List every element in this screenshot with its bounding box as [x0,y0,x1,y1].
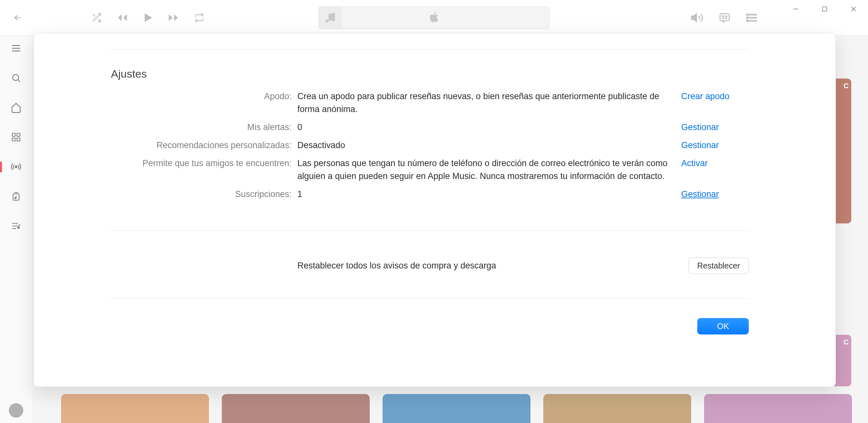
background-card-1: C [833,79,851,223]
window-maximize-button[interactable] [810,0,839,18]
home-icon[interactable] [9,101,23,115]
top-playback-bar [0,0,868,35]
svg-point-12 [15,166,17,168]
row-value: 0 [298,121,681,134]
row-recommendations: Recomendaciones personalizadas: Desactiv… [111,139,749,151]
playlists-icon[interactable] [9,219,23,233]
reset-button[interactable]: Restablecer [689,257,749,274]
tile [382,394,530,423]
svg-point-5 [747,20,748,21]
svg-rect-6 [823,7,827,11]
svg-point-15 [18,227,19,229]
tile [61,394,209,423]
svg-rect-2 [720,13,730,21]
browse-icon[interactable] [9,130,23,144]
row-label: Recomendaciones personalizadas: [111,139,298,151]
manage-recommendations-link[interactable]: Gestionar [681,139,749,151]
row-nickname: Apodo: Crea un apodo para publicar reseñ… [111,90,749,116]
row-label: Mis alertas: [111,121,298,134]
row-alerts: Mis alertas: 0 Gestionar [111,121,749,134]
music-note-icon [318,6,342,29]
avatar[interactable] [9,403,24,418]
background-card-2: C [833,335,851,386]
svg-rect-10 [12,138,15,141]
tile [222,394,370,423]
modal-title: Ajustes [111,67,749,80]
svg-point-0 [326,19,329,23]
now-playing-display [318,6,550,29]
manage-alerts-link[interactable]: Gestionar [681,121,749,134]
svg-point-3 [747,14,748,15]
manage-subscriptions-link[interactable]: Gestionar [681,188,749,201]
activate-findable-link[interactable]: Activar [681,157,749,170]
tile [704,394,852,423]
row-subscriptions: Suscripciones: 1 Gestionar [111,188,749,201]
window-minimize-button[interactable] [781,0,810,18]
row-label: Permite que tus amigos te encuentren: [111,157,298,170]
svg-rect-9 [17,133,20,136]
sidebar [0,35,32,423]
row-label: Apodo: [111,90,298,103]
create-nickname-link[interactable]: Crear apodo [681,90,749,103]
window-close-button[interactable] [839,0,868,18]
menu-icon[interactable] [9,41,23,55]
svg-rect-8 [12,133,15,136]
next-track-icon[interactable] [167,11,180,24]
radio-icon[interactable] [9,160,23,174]
row-value: Crea un apodo para publicar reseñas nuev… [298,90,681,116]
search-icon[interactable] [9,71,23,85]
apple-logo-icon [428,11,440,25]
row-reset: Restablecer todos los avisos de compra y… [111,257,749,274]
svg-point-14 [15,197,16,199]
row-label: Suscripciones: [111,188,298,201]
ok-button[interactable]: OK [697,318,749,335]
row-findable: Permite que tus amigos te encuentren: La… [111,157,749,182]
back-button[interactable] [10,10,26,26]
tile [543,394,691,423]
svg-rect-11 [17,138,20,141]
shuffle-icon[interactable] [90,11,103,24]
queue-icon[interactable] [746,11,759,24]
settings-modal: Ajustes Apodo: Crea un apodo para public… [33,33,836,387]
repeat-icon[interactable] [193,11,206,24]
svg-point-7 [12,74,19,81]
svg-point-1 [332,18,335,21]
previous-track-icon[interactable] [116,11,129,24]
row-value: Las personas que tengan tu número de tel… [298,157,681,182]
volume-icon[interactable] [690,11,704,24]
background-tiles [61,394,852,423]
library-icon[interactable] [9,189,23,203]
lyrics-icon[interactable] [718,11,731,24]
reset-label: Restablecer todos los avisos de compra y… [298,261,689,271]
play-icon[interactable] [142,11,154,24]
svg-point-4 [747,17,748,18]
row-value: 1 [298,188,681,201]
row-value: Desactivado [298,139,681,151]
